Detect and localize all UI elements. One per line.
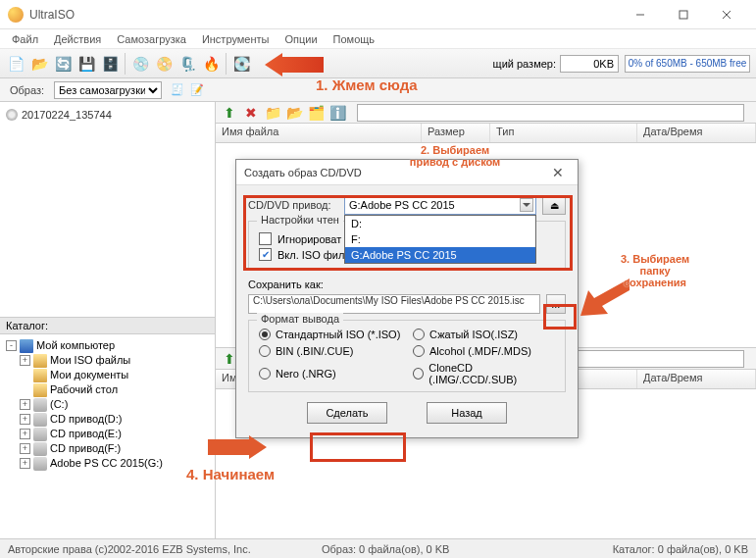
mount-icon[interactable]: 📀 [153,53,175,75]
menu-Действия[interactable]: Действия [48,31,107,47]
fold3-icon[interactable]: 🗂️ [307,104,325,122]
statusbar: Авторские права (c)2002-2016 EZB Systems… [0,538,756,558]
capacity-bar: 0% of 650MB - 650MB free [625,55,750,73]
col-type[interactable]: Тип [490,124,637,142]
status-copyright: Авторские права (c)2002-2016 EZB Systems… [8,543,322,555]
chevron-down-icon[interactable] [520,198,533,212]
disc-icon [6,109,18,121]
main-toolbar: 📄 📂 🔄 💾 🗄️ 💿 📀 🗜️ 🔥 💽 щий размер: 0% of … [0,49,756,78]
save-icon[interactable]: 💾 [76,53,97,75]
tree-item[interactable]: -Мой компьютер [6,338,209,353]
status-image: Образ: 0 файла(ов), 0 KB [322,543,518,555]
fold1-icon[interactable]: 📁 [264,104,281,122]
image-subbar: Образ: Без самозагрузки 🧾 📝 [0,78,756,102]
lcol-date[interactable]: Дата/Время [637,370,756,388]
image-mini-toolbar: ⬆ ✖ 📁 📂 🗂️ ℹ️ [216,102,756,124]
format-radio[interactable]: Nero (.NRG) [259,362,401,385]
close-button[interactable] [705,0,748,29]
disc-icon[interactable]: 💿 [129,53,151,75]
drive-combo[interactable]: G:Adobe PS CC 2015 D:F:G:Adobe PS CC 201… [344,195,536,215]
boot-icon-b[interactable]: 📝 [188,81,206,99]
boot-mode-select[interactable]: Без самозагрузки [54,81,162,99]
drive-combo-value: G:Adobe PS CC 2015 [349,199,455,211]
status-local: Каталог: 0 файла(ов), 0 KB [518,543,748,555]
open-icon[interactable]: 📂 [28,53,50,75]
total-size-field[interactable] [560,55,619,73]
drive-label: CD/DVD привод: [248,199,338,211]
drive-option[interactable]: G:Adobe PS CC 2015 [345,247,535,263]
window-title: UltraISO [29,8,619,22]
menu-Опции[interactable]: Опции [278,31,323,47]
dialog-title: Создать образ CD/DVD [244,167,546,178]
tree-item[interactable]: +Adobe PS CC 2015(G:) [6,456,209,471]
tree-root[interactable]: 20170224_135744 [22,109,112,121]
create-image-dialog: Создать образ CD/DVD ✕ CD/DVD привод: G:… [235,159,579,438]
image-tree[interactable]: 20170224_135744 [0,102,215,318]
save-as-label: Сохранить как: [248,279,566,290]
minimize-button[interactable] [619,0,662,29]
back-button[interactable]: Назад [427,402,507,424]
info-icon[interactable]: ℹ️ [328,104,346,122]
format-radio[interactable]: BIN (.BIN/.CUE) [259,345,401,357]
read-settings-group: Настройки чтен [257,214,343,226]
menu-Самозагрузка[interactable]: Самозагрузка [111,31,192,47]
titlebar: UltraISO [0,0,756,29]
col-name[interactable]: Имя файла [216,124,422,142]
tree-item[interactable]: +CD привод(E:) [6,427,209,441]
catalog-label: Каталог: [0,318,215,334]
svg-rect-0 [680,11,687,19]
tree-item[interactable]: +(C:) [6,397,209,412]
local-tree[interactable]: -Мой компьютер+Мои ISO файлыМои документ… [0,334,215,538]
compress-icon[interactable]: 🗜️ [176,53,198,75]
dialog-close-button[interactable]: ✕ [546,165,570,180]
del-icon-red[interactable]: ✖ [242,104,260,122]
tree-item[interactable]: +CD привод(D:) [6,412,209,427]
output-format-group: Формат вывода [257,313,343,325]
refresh-icon[interactable]: 🔄 [52,53,74,75]
fold2-icon[interactable]: 📂 [285,104,303,122]
new-icon[interactable]: 📄 [5,53,26,75]
tree-item[interactable]: +CD привод(F:) [6,441,209,456]
tree-item[interactable]: Рабочий стол [6,382,209,397]
menu-Помощь[interactable]: Помощь [328,31,381,47]
format-radio[interactable]: Стандартный ISO (*.ISO) [259,329,401,340]
total-size-label: щий размер: [493,58,556,70]
image-path-field[interactable] [357,104,744,122]
drive-option[interactable]: F: [345,231,535,247]
browse-button[interactable]: ... [546,294,566,314]
drive-option[interactable]: D: [345,216,535,231]
menu-Инструменты[interactable]: Инструменты [196,31,276,47]
save-path-field[interactable]: C:\Users\ола\Documents\My ISO Files\Adob… [248,294,540,314]
saveas-icon[interactable]: 🗄️ [99,53,121,75]
format-radio[interactable]: Alcohol (.MDF/.MDS) [413,345,555,357]
make-cd-icon[interactable]: 💽 [230,53,252,75]
tree-item[interactable]: +Мои ISO файлы [6,353,209,368]
maximize-button[interactable] [662,0,705,29]
menu-Файл[interactable]: Файл [6,31,44,47]
format-radio[interactable]: Сжатый ISO(.ISZ) [413,329,555,340]
drive-dropdown: D:F:G:Adobe PS CC 2015 [344,215,536,264]
up-icon[interactable]: ⬆ [221,104,238,122]
col-size[interactable]: Размер [422,124,490,142]
tree-item[interactable]: Мои документы [6,368,209,382]
col-date[interactable]: Дата/Время [637,124,756,142]
app-icon [8,7,24,23]
make-button[interactable]: Сделать [307,402,387,424]
image-list-header: Имя файла Размер Тип Дата/Время [216,124,756,143]
boot-icon-a[interactable]: 🧾 [169,81,186,99]
burn-icon[interactable]: 🔥 [200,53,222,75]
image-label: Образ: [0,84,54,96]
format-radio[interactable]: CloneCD (.IMG/.CCD/.SUB) [413,362,555,385]
menubar: ФайлДействияСамозагрузкаИнструментыОпции… [0,29,756,49]
eject-button[interactable] [542,195,566,215]
